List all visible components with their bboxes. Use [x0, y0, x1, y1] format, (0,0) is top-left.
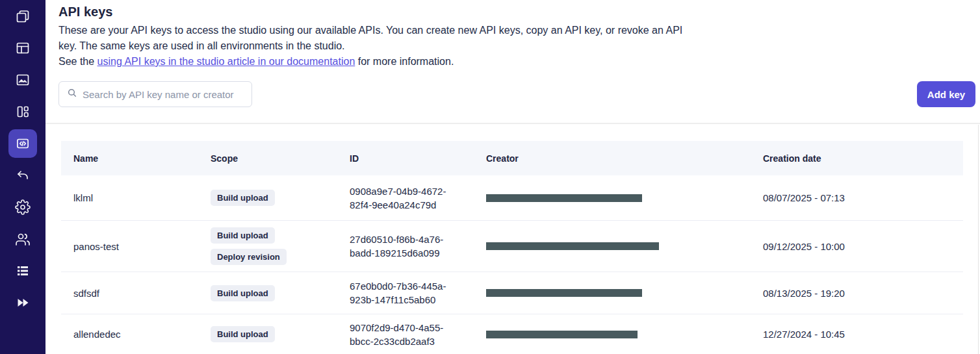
fast-forward-icon [15, 295, 31, 310]
undo-arrow-icon [15, 168, 31, 183]
image-icon [15, 72, 31, 88]
see-prefix: See the [58, 56, 97, 67]
users-icon [15, 231, 31, 247]
table-row: panos-test Build upload Deploy revision … [61, 220, 963, 272]
sidebar-item-list[interactable] [0, 255, 45, 286]
search-box[interactable] [58, 81, 252, 107]
table-row: sdfsdf Build upload 67e0b0d0-7b36-445a- … [61, 272, 963, 314]
column-header-creator: Creator [486, 153, 763, 164]
api-key-name: sdfsdf [73, 288, 211, 299]
scope-badge: Build upload [211, 285, 275, 301]
sidebar-item-users[interactable] [0, 223, 45, 255]
api-key-name: lklml [73, 192, 211, 203]
see-suffix: for more information. [355, 56, 454, 67]
scope-cell: Build upload Deploy revision [211, 227, 350, 265]
creation-date: 12/27/2024 - 10:45 [763, 329, 963, 340]
scope-badge: Deploy revision [211, 249, 287, 265]
creator-redaction-bar [486, 331, 638, 338]
api-key-id: 9070f2d9-d470-4a55- bbcc-2c33cdb2aaf3 [350, 321, 486, 348]
creator-cell [486, 242, 763, 250]
column-header-creation-date: Creation date [763, 153, 963, 164]
api-key-name: panos-test [73, 241, 211, 252]
main-content: API keys These are your API keys to acce… [45, 0, 980, 354]
sidebar-item-dashboard[interactable] [0, 95, 45, 127]
sidebar-item-layout[interactable] [0, 32, 45, 64]
page-title: API keys [58, 3, 980, 21]
sidebar-item-api-keys[interactable] [0, 127, 45, 159]
scope-cell: Build upload [211, 285, 350, 301]
creation-date: 08/13/2025 - 19:20 [763, 288, 963, 299]
creator-redaction-bar [486, 242, 659, 250]
table-row: lklml Build upload 0908a9e7-04b9-4672- 8… [61, 175, 963, 220]
scope-badge: Build upload [211, 326, 275, 342]
sidebar-item-layers[interactable] [0, 0, 45, 32]
creation-date: 08/07/2025 - 07:13 [763, 192, 963, 203]
column-header-scope: Scope [211, 153, 350, 164]
scope-cell: Build upload [211, 326, 350, 342]
table-header-row: Name Scope ID Creator Creation date [61, 141, 963, 175]
creator-cell [486, 289, 763, 297]
add-key-button[interactable]: Add key [917, 81, 975, 107]
documentation-line: See the using API keys in the studio art… [58, 54, 980, 70]
api-key-id: 27d60510-f86b-4a76- badd-189215d6a099 [350, 233, 486, 260]
page-description: These are your API keys to access the st… [58, 23, 692, 54]
sidebar-item-fast-forward[interactable] [0, 286, 45, 318]
sidebar-item-undo[interactable] [0, 159, 45, 191]
api-key-id: 67e0b0d0-7b36-445a- 923b-147f11c5ab60 [350, 279, 486, 307]
creator-cell [486, 194, 763, 202]
sidebar-item-settings[interactable] [0, 191, 45, 223]
column-header-id: ID [350, 153, 486, 164]
creation-date: 09/12/2025 - 10:00 [763, 241, 963, 252]
active-item-highlight [8, 129, 37, 158]
list-icon [15, 263, 31, 279]
sidebar-item-media[interactable] [0, 64, 45, 95]
table-row: allendedec Build upload 9070f2d9-d470-4a… [61, 314, 963, 354]
search-input[interactable] [83, 89, 244, 100]
layers-icon [15, 8, 31, 24]
scope-badge: Build upload [211, 190, 275, 206]
sidebar [0, 0, 45, 354]
creator-redaction-bar [486, 194, 642, 202]
api-keys-table: Name Scope ID Creator Creation date lklm… [61, 141, 963, 354]
column-header-name: Name [73, 153, 211, 164]
api-key-name: allendedec [73, 329, 211, 340]
api-key-id: 0908a9e7-04b9-4672- 82f4-9ee40a24c79d [350, 184, 486, 212]
dashboard-icon [15, 104, 31, 120]
creator-redaction-bar [486, 289, 642, 297]
creator-cell [486, 331, 763, 338]
browser-layout-icon [15, 40, 31, 56]
settings-gear-icon [15, 199, 31, 215]
documentation-link[interactable]: using API keys in the studio article in … [97, 56, 355, 67]
code-icon [14, 135, 31, 152]
scope-cell: Build upload [211, 190, 350, 206]
scope-badge: Build upload [211, 227, 275, 244]
page-header: API keys These are your API keys to acce… [45, 0, 980, 124]
scrollbar-track[interactable] [978, 125, 979, 354]
search-icon [67, 88, 77, 101]
